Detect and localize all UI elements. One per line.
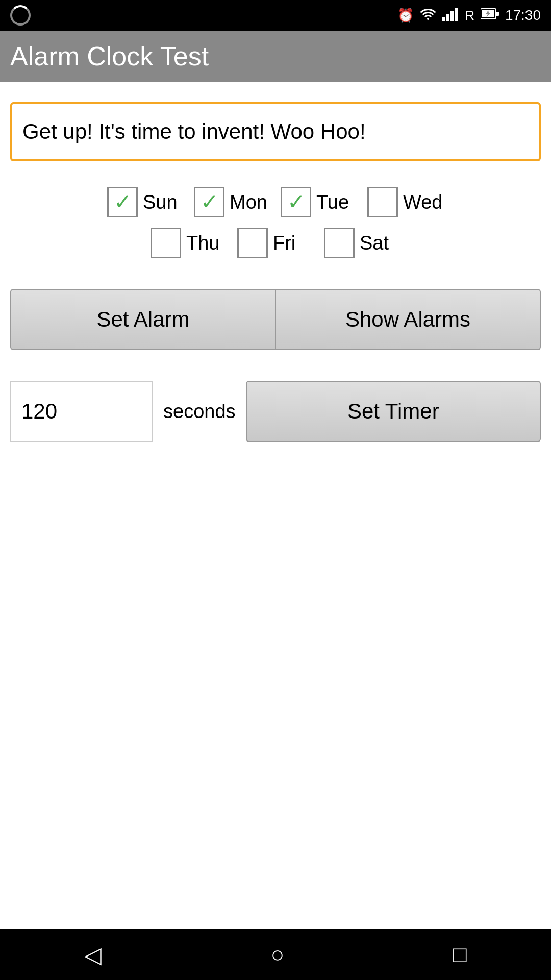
timer-row: seconds Set Timer: [10, 381, 541, 442]
day-row-1: ✓ Sun ✓ Mon ✓ Tue Wed: [107, 187, 444, 217]
status-bar: ⏰ R: [0, 0, 551, 31]
svg-rect-3: [455, 8, 458, 21]
label-wed: Wed: [403, 191, 444, 213]
show-alarms-button[interactable]: Show Alarms: [276, 289, 541, 350]
timer-input[interactable]: [10, 381, 153, 442]
spinner-icon: [10, 5, 31, 26]
label-sun: Sun: [143, 191, 184, 213]
title-bar: Alarm Clock Test: [0, 31, 551, 82]
day-item-sat: Sat: [324, 228, 400, 258]
recent-button[interactable]: □: [453, 942, 467, 967]
checkbox-thu[interactable]: [151, 228, 181, 258]
alarm-icon: ⏰: [397, 8, 414, 23]
label-mon: Mon: [230, 191, 270, 213]
set-alarm-button[interactable]: Set Alarm: [10, 289, 276, 350]
main-content: ✓ Sun ✓ Mon ✓ Tue Wed: [0, 82, 551, 442]
svg-rect-2: [450, 11, 454, 21]
checkbox-sun[interactable]: ✓: [107, 187, 138, 217]
signal-icon: [442, 7, 459, 24]
day-item-wed: Wed: [367, 187, 444, 217]
status-right: ⏰ R: [397, 7, 541, 24]
day-item-fri: Fri: [237, 228, 314, 258]
set-timer-button[interactable]: Set Timer: [246, 381, 541, 442]
app-title: Alarm Clock Test: [10, 41, 209, 71]
label-fri: Fri: [273, 232, 314, 254]
status-left: [10, 5, 31, 26]
checkbox-fri[interactable]: [237, 228, 268, 258]
svg-rect-1: [446, 14, 449, 21]
checkbox-mon[interactable]: ✓: [194, 187, 224, 217]
day-item-tue: ✓ Tue: [281, 187, 357, 217]
home-button[interactable]: ○: [270, 942, 284, 967]
checkmark-mon: ✓: [201, 191, 218, 213]
days-container: ✓ Sun ✓ Mon ✓ Tue Wed: [10, 187, 541, 258]
day-item-sun: ✓ Sun: [107, 187, 184, 217]
day-item-thu: Thu: [151, 228, 227, 258]
nav-bar: ◁ ○ □: [0, 929, 551, 980]
action-buttons: Set Alarm Show Alarms: [10, 289, 541, 350]
checkbox-sat[interactable]: [324, 228, 355, 258]
day-item-mon: ✓ Mon: [194, 187, 270, 217]
checkbox-tue[interactable]: ✓: [281, 187, 311, 217]
day-row-2: Thu Fri Sat: [151, 228, 400, 258]
label-sat: Sat: [360, 232, 400, 254]
time-display: 17:30: [505, 7, 541, 23]
alarm-message-input[interactable]: [10, 102, 541, 161]
checkbox-wed[interactable]: [367, 187, 398, 217]
wifi-icon: [420, 7, 436, 24]
checkmark-sun: ✓: [114, 191, 132, 213]
label-tue: Tue: [316, 191, 357, 213]
checkmark-tue: ✓: [287, 191, 305, 213]
roaming-icon: R: [465, 8, 474, 23]
label-thu: Thu: [186, 232, 227, 254]
svg-rect-5: [496, 12, 499, 16]
back-button[interactable]: ◁: [84, 942, 102, 968]
svg-rect-0: [442, 17, 445, 21]
battery-icon: [481, 7, 499, 24]
seconds-label: seconds: [163, 401, 236, 423]
